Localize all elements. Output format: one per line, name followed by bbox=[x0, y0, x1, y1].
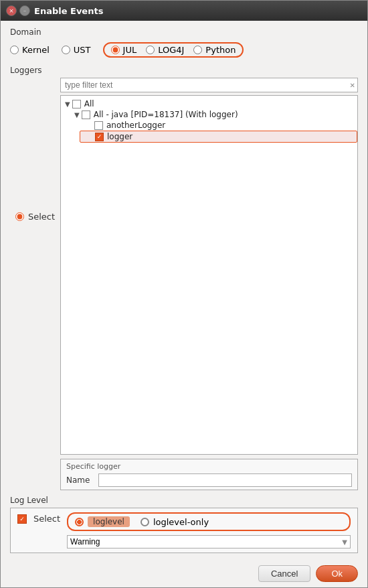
specific-logger-title: Specific logger bbox=[66, 462, 352, 471]
tree-label-anotherlogger: anotherLogger bbox=[106, 121, 165, 130]
select-radio-group[interactable]: Select bbox=[15, 212, 55, 222]
loglevel-right: loglevel loglevel-only Warning Trace bbox=[67, 512, 351, 548]
tree-arrow-all: ▼ bbox=[65, 100, 70, 108]
domain-highlighted-group: JUL LOG4J Python bbox=[103, 42, 244, 58]
loglevel-option-loglevel[interactable]: loglevel bbox=[75, 516, 130, 527]
loglevel-option-loglevelonly[interactable]: loglevel-only bbox=[141, 517, 209, 527]
domain-row: Kernel UST JUL LOG4J bbox=[10, 40, 358, 60]
loglevel-left-check: ✓ Select bbox=[17, 512, 60, 524]
specific-logger-name-label: Name bbox=[66, 475, 93, 485]
tree-item-logger[interactable]: ✓ logger bbox=[80, 131, 357, 143]
left-radio-col: Select bbox=[10, 78, 60, 490]
domain-log4j-radio[interactable] bbox=[146, 46, 155, 54]
loglevel-select[interactable]: Warning Trace Debug Info Error Critical bbox=[70, 537, 339, 546]
domain-section: Domain Kernel UST JUL L bbox=[10, 27, 358, 60]
domain-log4j[interactable]: LOG4J bbox=[146, 45, 184, 55]
minimize-button[interactable]: – bbox=[19, 5, 30, 16]
domain-log4j-label: LOG4J bbox=[158, 45, 184, 55]
domain-jul[interactable]: JUL bbox=[111, 45, 137, 55]
tree-checkbox-logger[interactable]: ✓ bbox=[95, 133, 104, 141]
loglevel-dropdown[interactable]: Warning Trace Debug Info Error Critical … bbox=[67, 535, 351, 548]
dropdown-arrow-icon: ▼ bbox=[342, 538, 347, 546]
select-radio[interactable] bbox=[15, 212, 24, 221]
loglevel-label: Log Level bbox=[10, 496, 358, 505]
close-button[interactable]: × bbox=[6, 5, 17, 16]
tree-label-alljava: All - java [PID=18137] (With logger) bbox=[94, 110, 238, 119]
tree-item-anotherlogger[interactable]: anotherLogger bbox=[80, 120, 357, 131]
loglevel-frame: ✓ Select loglevel loglevel-only bbox=[10, 508, 358, 553]
titlebar: × – Enable Events bbox=[1, 1, 367, 21]
loglevel-radio-loglevel-icon bbox=[75, 518, 84, 526]
window: × – Enable Events Domain Kernel UST bbox=[0, 0, 368, 588]
loglevel-option-loglevel-label: loglevel bbox=[88, 516, 130, 527]
main-content: Domain Kernel UST JUL L bbox=[1, 21, 367, 560]
specific-logger-input[interactable] bbox=[98, 473, 352, 487]
tree-label-all: All bbox=[84, 99, 94, 108]
domain-label: Domain bbox=[10, 27, 358, 37]
loggers-label: Loggers bbox=[10, 66, 358, 75]
select-label: Select bbox=[28, 212, 55, 222]
tree-arrow-alljava: ▼ bbox=[74, 111, 80, 119]
loglevel-select-checkbox[interactable]: ✓ bbox=[17, 514, 27, 524]
footer: Cancel Ok bbox=[1, 560, 367, 587]
domain-jul-radio[interactable] bbox=[111, 46, 120, 54]
loglevel-highlighted-group: loglevel loglevel-only bbox=[67, 512, 351, 531]
loggers-section: Loggers Select ✕ bbox=[10, 66, 358, 490]
filter-input[interactable] bbox=[60, 78, 358, 92]
tree-checkbox-all[interactable] bbox=[72, 100, 81, 108]
titlebar-buttons: × – bbox=[6, 5, 30, 16]
domain-ust-radio[interactable] bbox=[62, 46, 70, 54]
domain-kernel-label: Kernel bbox=[22, 45, 50, 55]
tree-checkbox-anotherlogger[interactable] bbox=[94, 121, 103, 130]
window-title: Enable Events bbox=[34, 6, 103, 16]
loggers-main: Select ✕ ▼ All bbox=[10, 78, 358, 490]
loglevel-option-loglevelonly-label: loglevel-only bbox=[153, 517, 209, 527]
cancel-button[interactable]: Cancel bbox=[258, 565, 310, 582]
domain-ust-label: UST bbox=[74, 45, 91, 55]
loglevel-section: Log Level ✓ Select loglevel bbox=[10, 496, 358, 553]
domain-kernel-radio[interactable] bbox=[10, 46, 19, 54]
domain-python[interactable]: Python bbox=[193, 45, 236, 55]
loglevel-outer: ✓ Select loglevel loglevel-only bbox=[17, 512, 351, 548]
tree-container[interactable]: ▼ All ▼ All - java [PID=18137] (With log… bbox=[60, 95, 358, 455]
domain-python-label: Python bbox=[205, 45, 236, 55]
filter-input-wrap: ✕ bbox=[60, 78, 358, 92]
domain-kernel[interactable]: Kernel bbox=[10, 45, 50, 55]
loglevel-radio-loglevelonly-icon bbox=[141, 518, 149, 526]
tree-checkbox-alljava[interactable] bbox=[82, 111, 90, 119]
tree-label-logger: logger bbox=[107, 132, 132, 141]
specific-logger-section: Specific logger Name bbox=[60, 459, 358, 490]
domain-python-radio[interactable] bbox=[193, 46, 202, 54]
filter-clear-icon[interactable]: ✕ bbox=[350, 82, 355, 89]
domain-ust[interactable]: UST bbox=[62, 45, 91, 55]
specific-logger-row: Name bbox=[66, 473, 352, 487]
domain-jul-label: JUL bbox=[123, 45, 137, 55]
tree-panel: ✕ ▼ All ▼ All - java [PID=1 bbox=[60, 78, 358, 490]
loglevel-select-label: Select bbox=[33, 514, 60, 524]
ok-button[interactable]: Ok bbox=[316, 565, 358, 582]
tree-item-alljava[interactable]: ▼ All - java [PID=18137] (With logger) bbox=[70, 109, 357, 120]
tree-item-all[interactable]: ▼ All bbox=[61, 98, 357, 109]
